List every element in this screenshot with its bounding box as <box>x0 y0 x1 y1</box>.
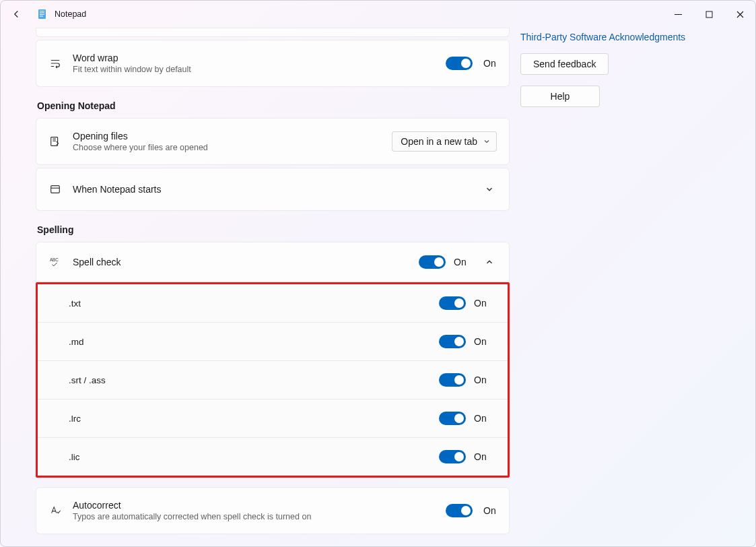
chevron-down-icon <box>485 185 494 194</box>
when-notepad-starts-card[interactable]: When Notepad starts <box>36 168 510 211</box>
opening-files-select[interactable]: Open in a new tab <box>392 131 497 152</box>
starts-icon <box>48 183 62 196</box>
spell-ext-row: .licOn <box>38 438 508 476</box>
svg-rect-5 <box>675 14 682 15</box>
autocorrect-title: Autocorrect <box>73 500 446 511</box>
spell-ext-state: On <box>474 298 487 309</box>
word-wrap-toggle[interactable] <box>446 57 473 70</box>
word-wrap-title: Word wrap <box>73 53 446 63</box>
spell-ext-row: .srt / .assOn <box>38 361 508 399</box>
chevron-down-icon <box>483 137 491 146</box>
spell-ext-state: On <box>474 375 487 385</box>
svg-rect-6 <box>706 11 712 18</box>
when-starts-expand[interactable] <box>482 182 497 197</box>
word-wrap-state: On <box>483 58 497 69</box>
spell-check-icon: ABC <box>48 255 62 269</box>
partial-card-above <box>36 28 510 37</box>
spell-ext-toggle[interactable] <box>439 296 466 310</box>
autocorrect-toggle[interactable] <box>446 504 473 517</box>
svg-rect-2 <box>40 13 44 13</box>
spell-check-toggle[interactable] <box>419 255 446 269</box>
spell-ext-row: .txtOn <box>38 284 508 323</box>
spell-ext-label: .lrc <box>69 414 81 424</box>
maximize-icon <box>706 11 713 18</box>
spell-ext-label: .md <box>69 337 84 347</box>
word-wrap-card[interactable]: Word wrap Fit text within window by defa… <box>36 40 510 87</box>
spell-check-state: On <box>454 257 467 267</box>
spell-check-extensions-list: .txtOn.mdOn.srt / .assOn.lrcOn.licOn <box>36 282 510 478</box>
spell-check-card[interactable]: ABC Spell check On <box>36 242 510 282</box>
opening-files-card[interactable]: Opening files Choose where your files ar… <box>36 118 510 165</box>
svg-text:ABC: ABC <box>50 257 59 262</box>
window-controls <box>662 3 755 25</box>
minimize-button[interactable] <box>662 3 693 25</box>
when-starts-title: When Notepad starts <box>73 184 482 195</box>
svg-rect-8 <box>51 186 60 193</box>
word-wrap-desc: Fit text within window by default <box>73 65 446 74</box>
spell-ext-row: .mdOn <box>38 323 508 361</box>
spell-ext-state: On <box>474 413 487 424</box>
acknowledgments-link[interactable]: Third-Party Software Acknowledgments <box>520 32 685 42</box>
spell-ext-state: On <box>474 336 487 347</box>
autocorrect-desc: Typos are automatically corrected when s… <box>73 512 446 521</box>
opening-files-title: Opening files <box>73 131 392 141</box>
svg-rect-4 <box>40 16 43 17</box>
autocorrect-card[interactable]: Autocorrect Typos are automatically corr… <box>36 487 510 534</box>
spell-ext-toggle[interactable] <box>439 450 466 463</box>
main-settings-column: Word wrap Fit text within window by defa… <box>1 28 510 546</box>
spelling-section-heading: Spelling <box>37 224 510 235</box>
chevron-up-icon <box>485 257 494 267</box>
arrow-left-icon <box>10 8 22 20</box>
autocorrect-state: On <box>483 505 497 516</box>
spell-ext-label: .txt <box>69 298 81 309</box>
titlebar: Notepad <box>1 1 755 28</box>
opening-files-select-value: Open in a new tab <box>401 136 477 147</box>
open-file-icon <box>48 135 62 148</box>
spell-ext-toggle[interactable] <box>439 335 466 348</box>
notepad-app-icon <box>37 9 48 20</box>
side-column: Third-Party Software Acknowledgments Sen… <box>510 28 755 546</box>
minimize-icon <box>675 11 682 18</box>
svg-rect-3 <box>40 14 44 15</box>
spell-ext-state: On <box>474 451 487 462</box>
spell-check-title: Spell check <box>73 257 419 267</box>
spell-ext-label: .srt / .ass <box>69 375 106 385</box>
spell-ext-label: .lic <box>69 452 80 462</box>
spell-ext-toggle[interactable] <box>439 373 466 387</box>
app-title: Notepad <box>55 9 86 19</box>
word-wrap-icon <box>48 57 62 70</box>
close-button[interactable] <box>724 3 755 25</box>
back-button[interactable] <box>5 3 28 26</box>
spell-ext-row: .lrcOn <box>38 399 508 438</box>
autocorrect-icon <box>48 504 62 517</box>
spell-ext-toggle[interactable] <box>439 412 466 425</box>
send-feedback-button[interactable]: Send feedback <box>520 53 609 75</box>
opening-section-heading: Opening Notepad <box>37 100 510 111</box>
svg-rect-1 <box>40 11 44 11</box>
help-button[interactable]: Help <box>520 86 600 107</box>
opening-files-desc: Choose where your files are opened <box>73 143 392 152</box>
close-icon <box>736 11 744 18</box>
maximize-button[interactable] <box>693 3 724 25</box>
spell-check-collapse[interactable] <box>482 255 497 269</box>
